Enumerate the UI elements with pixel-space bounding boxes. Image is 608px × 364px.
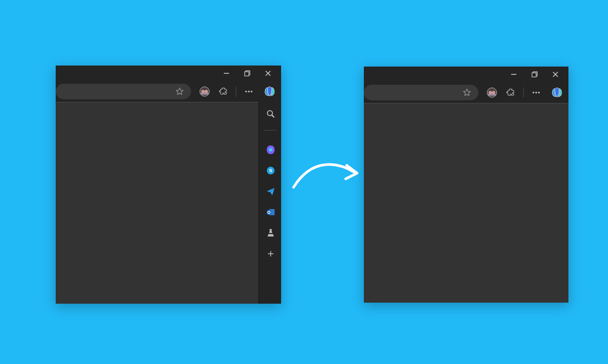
sidebar-outlook-button[interactable] bbox=[265, 206, 276, 218]
window-minimize-button[interactable] bbox=[218, 66, 235, 81]
toolbar-actions bbox=[194, 85, 278, 98]
profile-button[interactable] bbox=[486, 86, 498, 99]
profile-avatar-icon bbox=[486, 87, 498, 98]
window-close-button[interactable] bbox=[547, 67, 564, 82]
svg-rect-20 bbox=[267, 210, 271, 214]
browser-toolbar bbox=[364, 82, 568, 103]
profile-avatar-icon bbox=[199, 86, 210, 97]
window-titlebar bbox=[56, 66, 281, 81]
skype-icon: S bbox=[266, 166, 275, 175]
maximize-icon bbox=[244, 70, 250, 76]
close-icon bbox=[552, 71, 559, 77]
svg-rect-10 bbox=[201, 93, 209, 94]
edge-sidebar: S bbox=[259, 102, 281, 304]
ellipsis-icon bbox=[531, 88, 541, 97]
star-icon bbox=[175, 87, 184, 96]
window-titlebar bbox=[364, 67, 568, 82]
browser-toolbar bbox=[56, 81, 281, 102]
minimize-icon bbox=[223, 70, 230, 76]
toolbar-divider bbox=[523, 87, 524, 98]
settings-and-more-button[interactable] bbox=[530, 86, 542, 99]
favorite-button[interactable] bbox=[461, 86, 473, 99]
minimize-icon bbox=[511, 71, 517, 77]
sidebar-skype-button[interactable]: S bbox=[265, 165, 276, 176]
sidebar-divider bbox=[264, 130, 277, 131]
sidebar-send-button[interactable] bbox=[265, 186, 276, 197]
window-minimize-button[interactable] bbox=[505, 67, 523, 82]
ellipsis-icon bbox=[244, 87, 254, 96]
window-maximize-button[interactable] bbox=[238, 66, 256, 81]
copilot-button[interactable] bbox=[263, 85, 276, 98]
svg-point-37 bbox=[538, 92, 540, 94]
svg-point-33 bbox=[493, 92, 494, 93]
search-icon bbox=[266, 109, 275, 119]
favorite-button[interactable] bbox=[173, 85, 186, 98]
address-bar[interactable] bbox=[364, 85, 478, 100]
browser-body bbox=[364, 103, 568, 303]
copilot-icon bbox=[551, 86, 563, 99]
page-content-area bbox=[56, 102, 259, 304]
svg-rect-34 bbox=[488, 94, 496, 95]
outlook-icon bbox=[266, 207, 275, 217]
profile-button[interactable] bbox=[198, 85, 211, 98]
svg-point-16 bbox=[269, 148, 272, 152]
toolbar-actions bbox=[482, 86, 565, 99]
paper-plane-icon bbox=[266, 187, 275, 196]
copilot-icon bbox=[263, 85, 276, 98]
extensions-icon bbox=[506, 88, 515, 97]
svg-point-8 bbox=[202, 91, 204, 92]
svg-point-32 bbox=[490, 92, 491, 93]
chess-piece-icon bbox=[266, 228, 275, 238]
close-icon bbox=[265, 70, 271, 76]
svg-point-36 bbox=[536, 92, 537, 94]
browser-window-after bbox=[364, 67, 568, 303]
window-maximize-button[interactable] bbox=[526, 67, 543, 82]
svg-line-15 bbox=[272, 115, 274, 118]
microsoft365-icon bbox=[265, 145, 276, 155]
page-content-area bbox=[364, 103, 568, 303]
svg-rect-26 bbox=[532, 73, 536, 77]
svg-point-12 bbox=[248, 91, 250, 93]
svg-point-35 bbox=[533, 92, 534, 94]
toolbar-divider bbox=[236, 86, 236, 97]
extensions-button[interactable] bbox=[504, 86, 517, 99]
star-icon bbox=[462, 88, 472, 97]
sidebar-search-button[interactable] bbox=[265, 108, 276, 120]
transition-arrow bbox=[292, 156, 359, 198]
maximize-icon bbox=[531, 71, 538, 77]
window-close-button[interactable] bbox=[259, 66, 277, 81]
arrow-right-icon bbox=[292, 156, 359, 198]
plus-icon bbox=[267, 250, 275, 258]
svg-point-11 bbox=[245, 91, 247, 93]
sidebar-microsoft365-button[interactable] bbox=[265, 144, 276, 155]
browser-window-before: S bbox=[56, 66, 281, 304]
svg-text:S: S bbox=[269, 167, 272, 173]
copilot-button[interactable] bbox=[551, 86, 563, 99]
extensions-button[interactable] bbox=[217, 85, 230, 98]
svg-point-14 bbox=[267, 111, 272, 116]
sidebar-games-button[interactable] bbox=[265, 227, 276, 239]
extensions-icon bbox=[219, 87, 228, 96]
settings-and-more-button[interactable] bbox=[243, 85, 255, 98]
svg-rect-2 bbox=[245, 72, 249, 76]
svg-point-9 bbox=[206, 91, 207, 92]
address-bar[interactable] bbox=[56, 84, 191, 99]
svg-point-13 bbox=[251, 91, 252, 93]
sidebar-add-button[interactable] bbox=[265, 248, 276, 259]
browser-body: S bbox=[56, 102, 281, 304]
